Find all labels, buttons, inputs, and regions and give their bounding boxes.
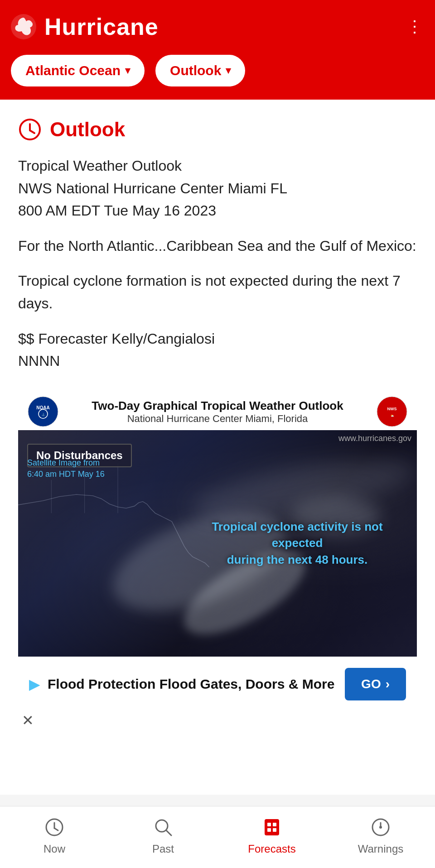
satellite-info-text: Satellite Image from6:40 am HDT May 16 xyxy=(27,457,105,480)
app-icon xyxy=(11,14,36,39)
chevron-down-icon: ▾ xyxy=(226,65,231,77)
satellite-image: No Disturbances Satellite Image from6:40… xyxy=(18,430,417,657)
app-title: Hurricane xyxy=(44,13,159,40)
svg-text:NWS: NWS xyxy=(387,407,397,411)
nav-item-forecasts[interactable]: Forecasts xyxy=(231,815,313,855)
bottom-navigation: Now Past Forecasts xyxy=(0,806,435,868)
satellite-map-subtitle: National Hurricane Center Miami, Florida xyxy=(92,413,343,425)
ad-close-button[interactable]: ✕ xyxy=(18,711,417,731)
satellite-header: NOAA ⚓ Two-Day Graphical Tropical Weathe… xyxy=(18,391,417,430)
atlantic-ocean-dropdown[interactable]: Atlantic Ocean ▾ xyxy=(11,55,145,86)
bottom-spacer xyxy=(18,731,417,795)
nav-label-forecasts: Forecasts xyxy=(248,843,295,855)
ad-left: ▶ Flood Protection Flood Gates, Doors & … xyxy=(29,675,338,693)
outlook-section-title: Outlook xyxy=(50,118,125,141)
nav-label-now: Now xyxy=(44,843,65,855)
svg-rect-21 xyxy=(265,819,279,835)
nav-item-past[interactable]: Past xyxy=(122,815,204,855)
satellite-title-block: Two-Day Graphical Tropical Weather Outlo… xyxy=(92,399,343,425)
svg-line-18 xyxy=(54,828,58,830)
search-nav-icon xyxy=(151,815,175,839)
header-top-row: Hurricane ⋮ xyxy=(11,13,424,40)
clock-icon xyxy=(18,118,42,141)
forecasts-nav-icon xyxy=(260,815,284,839)
noaa-logo: NOAA ⚓ xyxy=(27,396,59,427)
outlook-label: Outlook xyxy=(170,63,221,78)
svg-line-20 xyxy=(166,830,171,835)
warnings-nav-icon xyxy=(369,815,392,839)
svg-text:⚓: ⚓ xyxy=(42,413,45,417)
atlantic-ocean-label: Atlantic Ocean xyxy=(25,63,121,78)
nav-item-warnings[interactable]: Warnings xyxy=(340,815,421,855)
main-content: Outlook Tropical Weather Outlook NWS Nat… xyxy=(0,100,435,795)
outlook-line1: Tropical Weather Outlook NWS National Hu… xyxy=(18,155,417,222)
clock-nav-icon xyxy=(43,815,66,839)
svg-text:⛅: ⛅ xyxy=(391,414,394,417)
nav-label-warnings: Warnings xyxy=(358,843,403,855)
nav-label-past: Past xyxy=(152,843,174,855)
nav-item-now[interactable]: Now xyxy=(14,815,95,855)
satellite-cyclone-text: Tropical cyclone activity is not expecte… xyxy=(198,518,397,568)
outlook-paragraph1: For the North Atlantic...Caribbean Sea a… xyxy=(18,235,417,258)
ad-row: ▶ Flood Protection Flood Gates, Doors & … xyxy=(18,657,417,731)
outlook-paragraph2: Tropical cyclone formation is not expect… xyxy=(18,270,417,315)
hurricanes-gov-text: www.hurricanes.gov xyxy=(338,434,411,443)
svg-point-10 xyxy=(381,401,403,422)
satellite-map-title: Two-Day Graphical Tropical Weather Outlo… xyxy=(92,399,343,413)
chevron-down-icon: ▾ xyxy=(125,65,130,77)
svg-rect-25 xyxy=(273,828,276,832)
svg-line-3 xyxy=(30,130,34,133)
outlook-dropdown[interactable]: Outlook ▾ xyxy=(155,55,245,86)
ad-banner: ▶ Flood Protection Flood Gates, Doors & … xyxy=(18,657,417,711)
ad-go-arrow: › xyxy=(386,677,390,691)
svg-rect-24 xyxy=(267,828,271,832)
satellite-section: NOAA ⚓ Two-Day Graphical Tropical Weathe… xyxy=(18,391,417,657)
header-title-row: Hurricane xyxy=(11,13,159,40)
outlook-forecaster: $$ Forecaster Kelly/Cangialosi NNNN xyxy=(18,328,417,373)
svg-point-5 xyxy=(32,401,54,422)
ad-title: Flood Protection Flood Gates, Doors & Mo… xyxy=(48,676,334,691)
more-menu-icon[interactable]: ⋮ xyxy=(406,17,424,36)
outlook-header: Outlook xyxy=(18,118,417,141)
ad-go-button[interactable]: GO › xyxy=(345,668,406,700)
svg-rect-22 xyxy=(267,823,271,826)
nws-logo: NWS ⛅ xyxy=(376,396,408,427)
svg-rect-23 xyxy=(273,823,276,826)
app-header: Hurricane ⋮ Atlantic Ocean ▾ Outlook ▾ xyxy=(0,0,435,100)
outlook-body: Tropical Weather Outlook NWS National Hu… xyxy=(18,155,417,373)
ad-text-block: Flood Protection Flood Gates, Doors & Mo… xyxy=(48,675,338,693)
ad-play-icon: ▶ xyxy=(29,676,40,693)
header-pills-row: Atlantic Ocean ▾ Outlook ▾ xyxy=(11,55,424,86)
